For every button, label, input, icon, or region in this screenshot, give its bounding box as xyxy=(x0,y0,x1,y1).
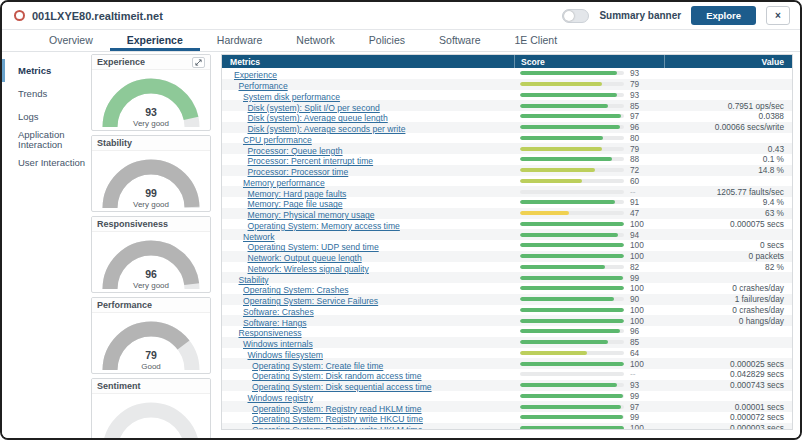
summary-banner-toggle[interactable] xyxy=(562,9,589,23)
score-cell: 93 xyxy=(514,380,664,390)
score-cell: 99 xyxy=(514,412,664,422)
score-bar xyxy=(520,233,624,237)
score-bar xyxy=(520,340,624,344)
score-cell: 88 xyxy=(514,154,664,164)
score-cell: 93 xyxy=(514,68,664,78)
score-bar xyxy=(520,147,624,151)
score-bar xyxy=(520,222,624,226)
col-header-score[interactable]: Score xyxy=(514,55,664,68)
sidebar-item-trends[interactable]: Trends xyxy=(2,82,90,105)
score-bar xyxy=(520,308,624,312)
tab-1e-client[interactable]: 1E Client xyxy=(497,30,574,51)
score-cell: 72 xyxy=(514,165,664,175)
gauge-card-header: Stability xyxy=(92,136,210,151)
metric-cell: Operating System: Registry write HKLM ti… xyxy=(222,419,514,430)
sidebar-item-user-interaction[interactable]: User Interaction xyxy=(2,151,90,174)
metrics-table: Metrics Score Value Experience93Performa… xyxy=(221,54,793,430)
score-cell: 100 xyxy=(514,283,664,293)
score-cell: 100 xyxy=(514,251,664,261)
score-value: 100 xyxy=(630,240,644,250)
gauge-stability: 99Very good xyxy=(92,151,210,210)
score-value: 99 xyxy=(630,412,639,422)
score-bar xyxy=(520,243,624,247)
sidebar-item-metrics[interactable]: Metrics xyxy=(2,59,90,82)
score-value: 90 xyxy=(630,294,639,304)
tab-network[interactable]: Network xyxy=(279,30,352,51)
expand-icon[interactable] xyxy=(192,57,205,68)
score-cell: 99 xyxy=(514,273,664,283)
gauge-title: Performance xyxy=(97,300,152,310)
score-bar xyxy=(520,93,624,97)
value-cell: 1 failures/day xyxy=(664,294,792,304)
score-bar xyxy=(520,383,624,387)
gauge-card-performance: Performance79Good xyxy=(91,297,211,374)
score-value: 96 xyxy=(630,122,639,132)
value-cell: 0.00066 secs/write xyxy=(664,122,792,132)
topbar: 001LXYE80.realtimeit.net Summary banner … xyxy=(2,2,800,30)
score-bar xyxy=(520,351,624,355)
score-cell: 94 xyxy=(514,230,664,240)
score-value: -- xyxy=(630,187,636,197)
svg-text:93: 93 xyxy=(145,106,157,118)
score-bar xyxy=(520,297,624,301)
tab-experience[interactable]: Experience xyxy=(110,30,200,51)
score-value: 100 xyxy=(630,316,644,326)
value-cell: 0.0388 xyxy=(664,111,792,121)
score-cell: 91 xyxy=(514,197,664,207)
gauge-responsiveness: 96Very good xyxy=(92,232,210,291)
gauge-card-header: Sentiment xyxy=(92,379,210,394)
gauge-title: Responsiveness xyxy=(97,219,168,229)
score-cell: 80 xyxy=(514,133,664,143)
score-bar xyxy=(520,114,624,118)
score-cell: 100 xyxy=(514,423,664,430)
score-cell: 96 xyxy=(514,326,664,336)
score-bar xyxy=(520,265,624,269)
score-value: 97 xyxy=(630,402,639,412)
svg-text:Very good: Very good xyxy=(133,119,169,128)
gauge-experience: 93Very good xyxy=(92,70,210,129)
score-value: 93 xyxy=(630,68,639,78)
tab-policies[interactable]: Policies xyxy=(352,30,422,51)
score-cell: 60 xyxy=(514,176,664,186)
svg-text:99: 99 xyxy=(145,187,157,199)
score-cell: 99 xyxy=(514,391,664,401)
score-bar xyxy=(520,71,624,75)
col-header-value[interactable]: Value xyxy=(664,55,792,68)
score-value: 47 xyxy=(630,208,639,218)
score-bar xyxy=(520,125,624,129)
score-bar xyxy=(520,190,624,194)
value-cell: 0.000072 secs xyxy=(664,412,792,422)
score-value: 60 xyxy=(630,176,639,186)
score-value: 82 xyxy=(630,262,639,272)
score-bar xyxy=(520,426,624,430)
score-value: 100 xyxy=(630,283,644,293)
svg-text:Very good: Very good xyxy=(133,281,169,290)
score-bar xyxy=(520,362,624,366)
score-bar xyxy=(520,104,624,108)
tab-hardware[interactable]: Hardware xyxy=(200,30,280,51)
close-button[interactable]: × xyxy=(766,6,790,25)
sidebar-item-logs[interactable]: Logs xyxy=(2,105,90,128)
score-cell: 93 xyxy=(514,90,664,100)
score-cell: 47 xyxy=(514,208,664,218)
score-bar xyxy=(520,136,624,140)
tab-overview[interactable]: Overview xyxy=(32,30,110,51)
gauge-card-stability: Stability99Very good xyxy=(91,135,211,212)
score-bar xyxy=(520,82,624,86)
gauge-title: Sentiment xyxy=(97,381,141,391)
score-value: 79 xyxy=(630,79,639,89)
score-cell: 85 xyxy=(514,101,664,111)
value-cell: 0 crashes/day xyxy=(664,283,792,293)
score-bar xyxy=(520,329,624,333)
value-cell: 0.7951 ops/sec xyxy=(664,101,792,111)
score-value: 99 xyxy=(630,391,639,401)
score-cell: 82 xyxy=(514,262,664,272)
score-bar xyxy=(520,372,624,376)
sidebar-item-application-interaction[interactable]: Application Interaction xyxy=(2,128,90,151)
metric-link-operating-system-registry-write-hklm-time[interactable]: Operating System: Registry write HKLM ti… xyxy=(252,425,423,430)
content: MetricsTrendsLogsApplication Interaction… xyxy=(2,52,800,438)
value-cell: 0.000025 secs xyxy=(664,359,792,369)
explore-button[interactable]: Explore xyxy=(691,6,756,25)
tab-software[interactable]: Software xyxy=(422,30,497,51)
score-value: 100 xyxy=(630,219,644,229)
